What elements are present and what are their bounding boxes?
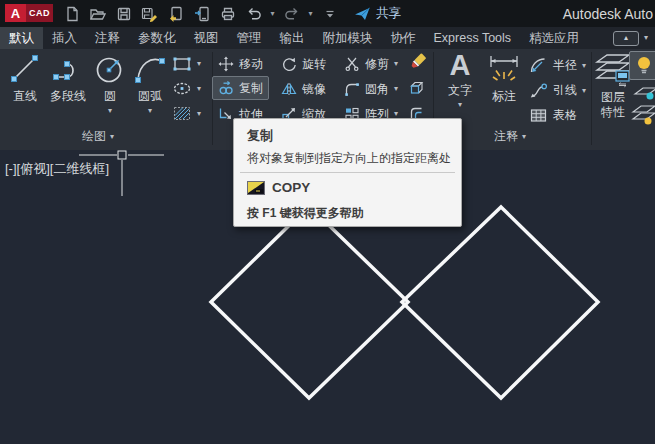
line-button[interactable]: 直线 — [6, 52, 44, 105]
trim-button[interactable]: 修剪 ▾ — [344, 53, 398, 75]
left-diamond-shape[interactable] — [211, 206, 408, 398]
redo-button[interactable] — [280, 2, 303, 25]
text-button[interactable]: A 文字 ▾ — [440, 51, 480, 109]
collapse-arrow-icon: ▴ — [624, 34, 628, 42]
viewport-controls[interactable]: [-][俯视][二维线框] — [5, 160, 109, 178]
tooltip-title: 复制 — [247, 127, 273, 145]
hatch-icon — [172, 105, 192, 122]
ellipse-tool-button[interactable]: ▾ — [172, 80, 201, 97]
layer-properties-button[interactable]: 图层 特性 — [593, 50, 633, 120]
table-icon — [529, 107, 548, 124]
share-plane-icon — [354, 6, 371, 22]
undo-dropdown-icon[interactable]: ▾ — [268, 9, 277, 18]
tab-featured-apps[interactable]: 精选应用 — [520, 27, 588, 49]
fillet-dropdown-icon[interactable]: ▾ — [394, 85, 398, 93]
layer-state-button[interactable] — [631, 105, 655, 127]
redo-dropdown-icon[interactable]: ▾ — [306, 9, 315, 18]
mirror-icon — [281, 81, 297, 97]
share-control[interactable]: 共享 — [354, 5, 401, 22]
leader-dropdown-icon[interactable]: ▾ — [582, 87, 586, 95]
arc-dropdown-icon[interactable]: ▾ — [148, 107, 152, 115]
qat-customize-button[interactable] — [318, 2, 341, 25]
tab-annotate[interactable]: 注释 — [86, 27, 129, 49]
tab-insert[interactable]: 插入 — [43, 27, 86, 49]
leader-label: 引线 — [553, 82, 577, 99]
right-diamond-shape[interactable] — [402, 207, 598, 398]
layer-freeze-button[interactable] — [633, 81, 655, 103]
rectangle-dropdown-icon[interactable]: ▾ — [197, 60, 201, 68]
hatch-dropdown-icon[interactable]: ▾ — [197, 110, 201, 118]
quick-access-toolbar: ▾ ▾ 共享 — [60, 0, 401, 27]
mirror-button[interactable]: 镜像 — [281, 78, 326, 100]
ribbon-collapse-button[interactable]: ▴ — [613, 31, 639, 46]
save-icon — [116, 6, 132, 22]
tab-default[interactable]: 默认 — [0, 27, 43, 49]
ribbon-display-controls: ▴ ▾ — [613, 27, 655, 49]
layer-on-button[interactable] — [629, 51, 655, 80]
cube-icon — [408, 80, 425, 97]
dimension-label: 标注 — [492, 88, 516, 105]
array-dropdown-icon[interactable]: ▾ — [394, 110, 398, 118]
erase-button[interactable] — [408, 51, 427, 73]
undo-button[interactable] — [242, 2, 265, 25]
rotate-label: 旋转 — [302, 56, 326, 73]
ribbon-tab-bar: 默认 插入 注释 参数化 视图 管理 输出 附加模块 协作 Express To… — [0, 27, 655, 49]
rotate-button[interactable]: 旋转 — [281, 53, 326, 75]
tab-parametric[interactable]: 参数化 — [129, 27, 185, 49]
save-as-button[interactable] — [138, 2, 161, 25]
radius-label: 半径 — [553, 57, 577, 74]
tab-output[interactable]: 输出 — [271, 27, 314, 49]
draw-panel-dropdown-icon: ▾ — [110, 133, 114, 141]
radius-icon — [529, 57, 548, 74]
tab-addins[interactable]: 附加模块 — [314, 27, 382, 49]
layer-state-icon — [631, 103, 655, 129]
copy-label: 复制 — [239, 80, 263, 97]
annotation-panel-label[interactable]: 注释 ▾ — [494, 128, 526, 145]
rectangle-tool-button[interactable]: ▾ — [172, 55, 201, 72]
leader-button[interactable]: 引线 ▾ — [529, 82, 586, 99]
fillet-label: 圆角 — [365, 81, 389, 98]
panel-separator — [591, 52, 592, 145]
table-button[interactable]: 表格 — [529, 107, 577, 124]
tooltip-description: 将对象复制到指定方向上的指定距离处 — [247, 150, 451, 167]
app-logo[interactable]: A CAD — [5, 4, 53, 22]
window-title: Autodesk Auto — [563, 0, 653, 27]
tab-manage[interactable]: 管理 — [228, 27, 271, 49]
trim-dropdown-icon[interactable]: ▾ — [394, 60, 398, 68]
title-bar: A CAD — [0, 0, 655, 27]
text-label: 文字 — [448, 82, 472, 99]
fillet-button[interactable]: 圆角 ▾ — [344, 78, 398, 100]
text-tool-icon: A — [450, 51, 471, 80]
export-button[interactable] — [164, 2, 187, 25]
radius-button[interactable]: 半径 ▾ — [529, 57, 586, 74]
move-label: 移动 — [239, 56, 263, 73]
polyline-button[interactable]: 多段线 — [44, 52, 92, 105]
printer-icon — [220, 6, 236, 22]
tab-view[interactable]: 视图 — [185, 27, 228, 49]
save-button[interactable] — [112, 2, 135, 25]
hatch-tool-button[interactable]: ▾ — [172, 105, 201, 122]
layer-freeze-icon — [633, 81, 655, 103]
ribbon-collapse-dropdown-icon[interactable]: ▾ — [644, 34, 648, 42]
mobile-device-icon — [194, 6, 210, 22]
circle-dropdown-icon[interactable]: ▾ — [108, 107, 112, 115]
trim-label: 修剪 — [365, 56, 389, 73]
tab-express-tools[interactable]: Express Tools — [425, 27, 521, 49]
explode-button[interactable] — [408, 77, 425, 99]
open-file-button[interactable] — [86, 2, 109, 25]
arc-button[interactable]: 圆弧 ▾ — [129, 52, 171, 115]
text-dropdown-icon[interactable]: ▾ — [458, 101, 462, 109]
ellipse-dropdown-icon[interactable]: ▾ — [197, 85, 201, 93]
print-button[interactable] — [216, 2, 239, 25]
tab-collaborate[interactable]: 协作 — [382, 27, 425, 49]
new-file-button[interactable] — [60, 2, 83, 25]
annotation-panel-title: 注释 — [494, 128, 518, 145]
dimension-icon — [485, 52, 523, 86]
dimension-button[interactable]: 标注 — [482, 52, 526, 105]
radius-dropdown-icon[interactable]: ▾ — [582, 62, 586, 70]
move-button[interactable]: 移动 — [218, 53, 263, 75]
draw-panel-label[interactable]: 绘图 ▾ — [82, 128, 114, 145]
copy-button[interactable]: 复制 — [212, 76, 269, 100]
mobile-upload-button[interactable] — [190, 2, 213, 25]
circle-button[interactable]: 圆 ▾ — [92, 52, 128, 115]
